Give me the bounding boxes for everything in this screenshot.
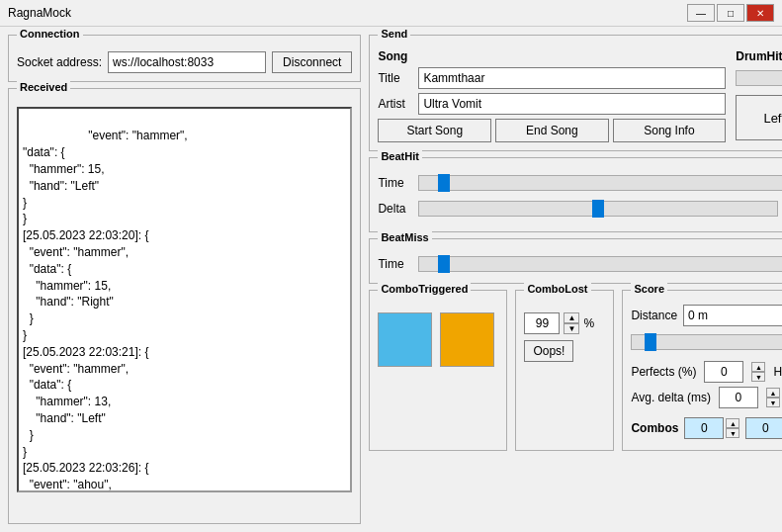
color-boxes: [378, 312, 498, 367]
connection-label: Connection: [17, 28, 83, 40]
title-input[interactable]: [418, 67, 726, 89]
song-section: Song Title Artist Start Song End Song: [378, 49, 726, 142]
combo1-up[interactable]: ▲: [726, 418, 739, 428]
delta-label: Delta: [378, 202, 412, 216]
beatmiss-label: BeatMiss: [378, 231, 431, 243]
main-window: RagnaMock — □ ✕ Connection Socket addres…: [0, 0, 782, 532]
combo1-spin: ▲ ▼: [726, 418, 739, 438]
song-buttons: Start Song End Song Song Info: [378, 119, 726, 142]
right-panel: Send Song Title Artist: [369, 35, 782, 524]
combo-triggered-group: ComboTriggered: [369, 290, 507, 451]
main-content: Connection Socket address: Disconnect Re…: [0, 27, 782, 532]
beathit-label: BeatHit: [378, 150, 422, 162]
socket-label: Socket address:: [17, 55, 102, 69]
song-drumhit-row: Song Title Artist Start Song End Song: [378, 49, 782, 142]
perfects-input[interactable]: [704, 361, 743, 383]
combo-lost-input[interactable]: [524, 312, 560, 334]
combo-lost-group: ComboLost ▲ ▼ % Oops!: [515, 290, 614, 451]
combo1-input[interactable]: [684, 417, 724, 439]
color-box-yellow[interactable]: [440, 312, 494, 367]
color-box-blue[interactable]: [378, 312, 432, 367]
maximize-button[interactable]: □: [717, 4, 744, 22]
connection-row: Socket address: Disconnect: [17, 51, 352, 73]
lr-buttons: Left Right: [736, 95, 782, 140]
beatmiss-section: BeatMiss Time 0 Miss: [369, 238, 782, 284]
received-group: Received "event": "hammer", "data": { "h…: [8, 88, 361, 524]
artist-input[interactable]: [418, 93, 726, 115]
window-controls: — □ ✕: [687, 4, 774, 22]
artist-row: Artist: [378, 93, 726, 115]
combo-lost-label: ComboLost: [524, 283, 590, 295]
title-bar: RagnaMock — □ ✕: [0, 0, 782, 27]
combo-lost-row: ▲ ▼ %: [524, 312, 605, 334]
beathit-time-slider[interactable]: [418, 175, 782, 191]
score-inner: Distance Track: [631, 305, 782, 442]
avg-delta-row: Avg. delta (ms) ▲ ▼ Misses ▲ ▼: [631, 387, 782, 408]
score-section: Score Distance Track: [622, 290, 782, 451]
artist-label: Artist: [378, 97, 412, 111]
perfects-label: Perfects (%): [631, 365, 696, 379]
beatmiss-time-label: Time: [378, 257, 412, 271]
avg-delta-label: Avg. delta (ms): [631, 391, 710, 404]
drumhit-slider[interactable]: [736, 70, 782, 86]
title-label: Title: [378, 71, 412, 85]
song-section-label: Song: [378, 49, 726, 63]
connection-group: Connection Socket address: Disconnect: [8, 35, 361, 82]
drumhit-slider-row: 0.75: [736, 67, 782, 89]
perfects-up[interactable]: ▲: [751, 362, 765, 372]
end-song-button[interactable]: End Song: [495, 119, 609, 142]
left-panel: Connection Socket address: Disconnect Re…: [8, 35, 361, 524]
combo1-down[interactable]: ▼: [726, 428, 739, 438]
perfects-down[interactable]: ▼: [751, 372, 765, 382]
send-label: Send: [378, 28, 410, 40]
perfects-row: Perfects (%) ▲ ▼ Hits ▲ ▼: [631, 361, 782, 383]
song-info-button[interactable]: Song Info: [613, 119, 727, 142]
window-title: RagnaMock: [8, 6, 71, 20]
disconnect-button[interactable]: Disconnect: [272, 51, 352, 73]
beathit-sliders: Time 0 Delta 0 ms: [378, 172, 782, 223]
oops-row: Oops!: [524, 340, 605, 362]
delta-row: Delta 0 ms: [378, 198, 782, 220]
socket-input[interactable]: [108, 51, 266, 73]
received-label: Received: [17, 81, 70, 93]
left-button[interactable]: Left: [736, 95, 782, 140]
beatmiss-slider[interactable]: [418, 256, 782, 272]
score-label: Score: [631, 283, 667, 295]
perfects-spin: ▲ ▼: [751, 362, 765, 382]
send-group: Send Song Title Artist: [369, 35, 782, 151]
start-song-button[interactable]: Start Song: [378, 119, 491, 142]
close-button[interactable]: ✕: [746, 4, 774, 22]
time-label: Time: [378, 176, 412, 190]
time-row: Time 0: [378, 172, 782, 194]
oops-button[interactable]: Oops!: [524, 340, 573, 362]
title-row: Title: [378, 67, 726, 89]
combo-triggered-label: ComboTriggered: [378, 283, 471, 295]
percent-label: %: [583, 316, 594, 330]
beathit-delta-slider[interactable]: [418, 201, 778, 217]
hits-label: Hits: [773, 365, 782, 379]
combos-label: Combos: [631, 421, 678, 435]
received-text: "event": "hammer", "data": { "hammer": 1…: [23, 129, 188, 492]
combo1-group: ▲ ▼: [684, 417, 739, 439]
combo-lost-up[interactable]: ▲: [564, 312, 579, 323]
track-slider-row: [631, 334, 782, 353]
distance-input[interactable]: [683, 305, 782, 326]
drumhit-label: DrumHit: [736, 49, 782, 63]
avg-delta-spin: ▲ ▼: [766, 388, 780, 407]
avg-delta-input[interactable]: [719, 387, 758, 408]
distance-label: Distance: [631, 309, 677, 322]
drumhit-section: DrumHit 0.75 Left Right: [736, 49, 782, 142]
combo2-input[interactable]: [745, 417, 782, 439]
track-slider[interactable]: [631, 334, 782, 350]
combo-lost-down[interactable]: ▼: [564, 323, 579, 334]
received-content[interactable]: "event": "hammer", "data": { "hammer": 1…: [17, 107, 352, 492]
bottom-row: ComboTriggered ComboLost ▲ ▼: [369, 290, 782, 451]
beathit-section: BeatHit Time 0 Delta 0 ms: [369, 157, 782, 232]
avg-delta-down[interactable]: ▼: [766, 398, 780, 407]
combo2-group: ▲ ▼: [745, 417, 782, 439]
combos-row: Combos ▲ ▼ ▲: [631, 414, 782, 442]
combo-lost-spin: ▲ ▼: [564, 312, 579, 334]
avg-delta-up[interactable]: ▲: [766, 388, 780, 398]
distance-row: Distance Track: [631, 305, 782, 326]
minimize-button[interactable]: —: [687, 4, 715, 22]
